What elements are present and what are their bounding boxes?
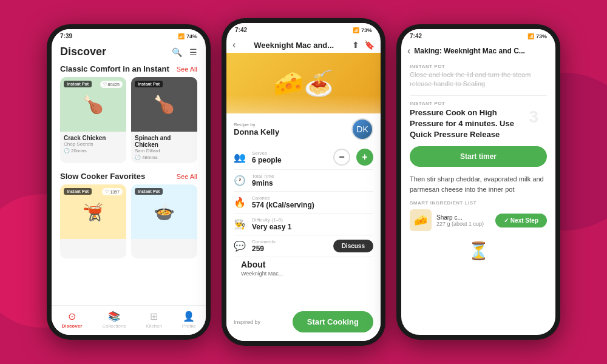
making-header: ‹ Making: Weeknight Mac and C...: [401, 42, 555, 59]
comments-value: 259: [252, 244, 327, 253]
recipe-food-emoji: 🧀🍝: [273, 69, 334, 98]
about-title: About: [241, 260, 366, 269]
recipe-image: 🧀🍝: [226, 53, 381, 113]
discover-title: Discover: [60, 46, 106, 58]
status-bar-3: 7:42 📶 73%: [401, 29, 555, 42]
serves-icon: 👥: [234, 152, 246, 163]
stat-time: 🕐 Total Time 9mins: [234, 170, 373, 192]
heart-icon: ♡: [103, 82, 107, 87]
nav-kitchen[interactable]: ⊞ Kitchen: [146, 311, 162, 329]
then-text: Then stir sharp cheddar, evaporated milk…: [410, 174, 547, 194]
time-value: 9mins: [252, 179, 373, 187]
status-bar-2: 7:42 📶 73%: [226, 23, 381, 36]
sc-info-1: [60, 239, 126, 258]
about-section: About Weeknight Mac...: [234, 257, 373, 277]
clock-icon: 🕐: [64, 148, 70, 153]
food-name-1: Crack Chicken: [64, 135, 123, 141]
ingredient-row-1: 🧀 Sharp c... 227 g (about 1 cup) ✓ Next …: [410, 209, 547, 231]
comments-content: Comments 259: [252, 239, 327, 253]
clock-icon-2: 🕐: [135, 155, 141, 160]
inspired-by: Inspired by: [234, 319, 260, 325]
food-info-2: Spinach and Chicken Sam Dillard 🕐 48mins: [131, 132, 197, 163]
start-cooking-button[interactable]: Start Cooking: [293, 311, 373, 332]
discuss-button[interactable]: Discuss: [333, 240, 373, 252]
badge-instant-1: Instant Pot: [64, 81, 92, 87]
calories-value: 574 (kCal/serving): [252, 201, 373, 209]
menu-icon[interactable]: ☰: [189, 47, 197, 57]
ingredient-name-1: Sharp c...: [436, 214, 490, 221]
status-time-2: 7:42: [235, 27, 247, 33]
status-icons-1: 📶 74%: [178, 33, 197, 39]
signal-icon-3: 📶: [527, 33, 534, 39]
bookmark-icon[interactable]: 🔖: [364, 40, 375, 50]
slow-cooker-cards: 🫕 Instant Pot ♡ 1357 🍲 Instant Pot: [52, 184, 206, 263]
food-time-2: 🕐 48mins: [135, 155, 194, 160]
signal-icon-2: 📶: [353, 27, 359, 33]
calories-icon: 🔥: [234, 197, 246, 208]
comments-icon: 💬: [234, 240, 246, 252]
discover-header: Discover 🔍 ☰: [52, 42, 206, 62]
status-icons-2: 📶 73%: [353, 27, 372, 33]
food-card-crack-chicken[interactable]: 🍗 Instant Pot ♡ 80425 Crack Chicken Chop…: [60, 77, 126, 163]
author-info: Recipe by Donna Kelly: [234, 122, 279, 136]
making-back-button[interactable]: ‹: [407, 46, 410, 56]
heart-icon-sc: ♡: [105, 189, 109, 194]
food-card-sc1[interactable]: 🫕 Instant Pot ♡ 1357: [60, 184, 126, 258]
sc-info-2: [131, 239, 197, 258]
step-divider: [410, 95, 547, 96]
difficulty-value: Very easy 1: [252, 223, 373, 231]
recipe-by-label: Recipe by: [234, 122, 279, 127]
badge-instant-2: Instant Pot: [135, 81, 163, 87]
status-bar-1: 7:39 📶 74%: [52, 29, 206, 42]
section1-header: Classic Comfort in an Instant See All: [52, 62, 206, 77]
serves-value: 6 people: [252, 156, 282, 164]
share-icon[interactable]: ⬆: [352, 40, 359, 50]
section2-header: Slow Cooker Favorites See All: [52, 169, 206, 184]
nav-profile[interactable]: 👤 Profile: [182, 311, 196, 329]
step-1-done: INSTANT POT Close and lock the lid and t…: [410, 64, 547, 89]
food-grid-1: 🍗 Instant Pot ♡ 80425 Crack Chicken Chop…: [52, 77, 206, 169]
serves-plus[interactable]: +: [356, 149, 373, 166]
section1-see-all[interactable]: See All: [177, 66, 197, 73]
nav-collections[interactable]: 📚 Collections: [102, 311, 126, 329]
next-step-button[interactable]: ✓ Next Step: [495, 214, 547, 228]
food-name-2: Spinach and Chicken: [135, 135, 194, 148]
status-time-3: 7:42: [410, 33, 422, 39]
nav-discover[interactable]: ⊙ Discover: [61, 311, 82, 329]
food-time-1: 🕐 20mins: [64, 148, 123, 153]
section1-title: Classic Comfort in an Instant: [60, 64, 169, 73]
stat-comments: 💬 Comments 259 Discuss: [234, 235, 373, 257]
search-icon[interactable]: 🔍: [172, 47, 182, 57]
discover-scroll[interactable]: Classic Comfort in an Instant See All 🍗 …: [52, 62, 206, 305]
smart-ingredient-label: SMART INGREDIENT LIST: [410, 200, 547, 206]
section2-see-all[interactable]: See All: [177, 173, 197, 180]
phone-3-screen: 7:42 📶 73% ‹ Making: Weeknight Mac and C…: [401, 29, 555, 335]
profile-nav-icon: 👤: [183, 311, 195, 322]
phone-3: 7:42 📶 73% ‹ Making: Weeknight Mac and C…: [396, 24, 560, 340]
phone-2-screen: 7:42 📶 73% ‹ Weeknight Mac and... ⬆ 🔖 🧀🍝: [226, 23, 381, 341]
food-card-spinach[interactable]: 🍗 Instant Pot Spinach and Chicken Sam Di…: [131, 77, 197, 163]
time-icon: 🕐: [234, 175, 246, 186]
kitchen-nav-icon: ⊞: [150, 311, 158, 322]
status-time-1: 7:39: [60, 33, 72, 39]
making-title: Making: Weeknight Mac and C...: [414, 47, 549, 55]
food-card-sc2[interactable]: 🍲 Instant Pot: [131, 184, 197, 258]
serves-label: Serves: [252, 150, 327, 156]
step-number: 3: [529, 107, 538, 127]
hourglass-area: ⏳: [410, 235, 547, 267]
back-button[interactable]: ‹: [232, 39, 236, 50]
calories-label: Calories: [252, 195, 373, 201]
step-container[interactable]: INSTANT POT Close and lock the lid and t…: [401, 59, 555, 335]
status-icons-3: 📶 73%: [527, 33, 547, 39]
stat-serves: 👥 Serves 6 people − +: [234, 145, 373, 170]
food-author-2: Sam Dillard: [135, 148, 194, 153]
time-label: Total Time: [252, 174, 373, 179]
kitchen-nav-label: Kitchen: [146, 323, 162, 329]
stat-calories: 🔥 Calories 574 (kCal/serving): [234, 192, 373, 214]
comments-label: Comments: [252, 239, 327, 244]
difficulty-label: Difficulty (1–5): [252, 217, 373, 223]
serves-minus[interactable]: −: [333, 149, 350, 166]
author-avatar: DK: [351, 118, 373, 140]
recipe-header: ‹ Weeknight Mac and... ⬆ 🔖: [226, 36, 381, 53]
start-timer-button[interactable]: Start timer: [410, 146, 547, 167]
